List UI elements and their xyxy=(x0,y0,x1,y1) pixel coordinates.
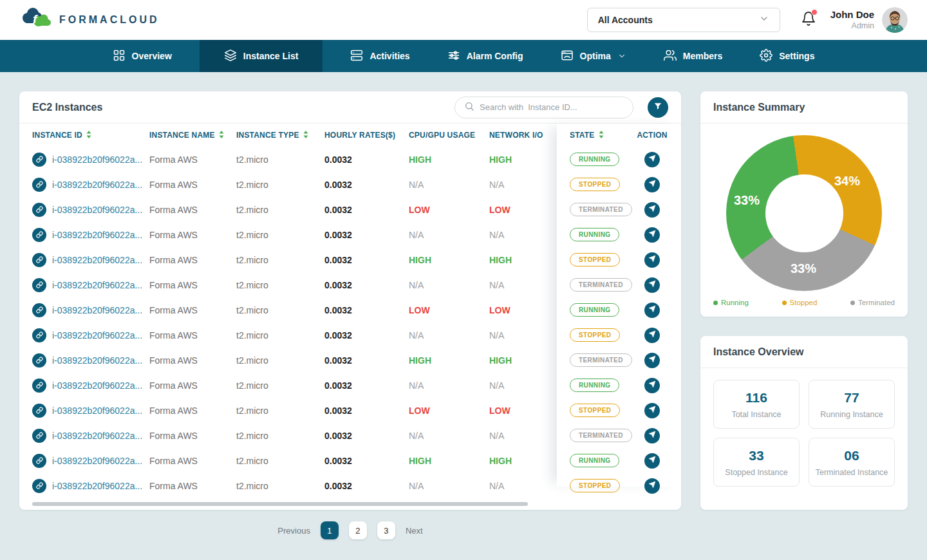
panel-title: EC2 Instances xyxy=(32,102,102,113)
horizontal-scrollbar[interactable] xyxy=(32,502,528,506)
table-row-sticky: STOPPED xyxy=(557,473,681,498)
send-action-button[interactable] xyxy=(644,252,660,268)
nav-item-instance-list[interactable]: Instance List xyxy=(200,40,323,72)
send-action-button[interactable] xyxy=(644,453,660,469)
table-row: i-038922b20f96022a... Forma AWS t2.micro… xyxy=(19,297,557,322)
instance-id-link[interactable]: i-038922b20f96022a... xyxy=(19,303,149,317)
slice-label-terminated: 33% xyxy=(791,261,816,276)
stat-card-stopped: 33 Stopped Instance xyxy=(713,438,800,487)
previous-page-button[interactable]: Previous xyxy=(277,526,310,536)
gear-icon xyxy=(760,49,772,64)
avatar[interactable] xyxy=(882,7,908,33)
send-action-button[interactable] xyxy=(644,378,660,393)
nav-item-members[interactable]: Members xyxy=(657,40,729,72)
nav-item-alarm-config[interactable]: Alarm Config xyxy=(441,40,530,72)
cpu-usage-cell: N/A xyxy=(409,280,489,290)
table-row-sticky: RUNNING xyxy=(557,147,681,172)
nav-item-label: Instance List xyxy=(243,51,299,61)
account-selector[interactable]: All Accounts xyxy=(587,8,780,32)
sticky-columns: STATE ACTION RUNNING STOPPED TERMINATED … xyxy=(557,124,681,487)
network-io-cell: N/A xyxy=(489,431,557,441)
send-action-button[interactable] xyxy=(644,202,660,218)
table-row: i-038922b20f96022a... Forma AWS t2.micro… xyxy=(19,272,557,297)
nav-item-activities[interactable]: Activities xyxy=(344,40,416,72)
paper-plane-icon xyxy=(648,280,656,290)
paper-plane-icon xyxy=(648,431,656,440)
notification-bell[interactable] xyxy=(801,11,816,29)
page-button-2[interactable]: 2 xyxy=(349,521,367,539)
sliders-icon xyxy=(447,49,460,64)
column-header-instance-id[interactable]: INSTANCE ID xyxy=(19,131,149,140)
page-button-1[interactable]: 1 xyxy=(321,521,339,539)
table-row-sticky: STOPPED xyxy=(557,172,681,197)
chevron-down-icon xyxy=(617,51,626,61)
network-io-cell: N/A xyxy=(489,481,557,491)
nav-item-settings[interactable]: Settings xyxy=(753,40,821,72)
legend-dot xyxy=(850,301,855,305)
instance-id-link[interactable]: i-038922b20f96022a... xyxy=(19,153,149,167)
filter-button[interactable] xyxy=(648,97,668,118)
column-header-state[interactable]: STATE xyxy=(557,131,630,140)
send-action-button[interactable] xyxy=(644,328,660,343)
ec2-instances-panel: EC2 Instances INSTANC xyxy=(19,91,681,510)
hourly-rate-cell: 0.0032 xyxy=(324,180,409,190)
nav-item-label: Alarm Config xyxy=(467,51,523,61)
nav-item-overview[interactable]: Overview xyxy=(106,40,178,72)
page-button-3[interactable]: 3 xyxy=(377,521,395,539)
instance-id-link[interactable]: i-038922b20f96022a... xyxy=(19,353,149,368)
notification-dot xyxy=(811,9,818,15)
column-header-instance-type[interactable]: INSTANCE TYPE xyxy=(236,131,324,140)
search-icon xyxy=(464,101,474,114)
instance-id-link[interactable]: i-038922b20f96022a... xyxy=(19,454,149,468)
state-badge: STOPPED xyxy=(570,328,620,342)
hourly-rate-cell: 0.0032 xyxy=(324,280,409,290)
table-row-sticky: RUNNING xyxy=(557,222,681,247)
send-action-button[interactable] xyxy=(644,403,660,418)
send-action-button[interactable] xyxy=(644,428,660,443)
instance-id-link[interactable]: i-038922b20f96022a... xyxy=(19,178,149,192)
send-action-button[interactable] xyxy=(644,353,660,368)
instance-id-link[interactable]: i-038922b20f96022a... xyxy=(19,328,149,342)
instance-name-cell: Forma AWS xyxy=(149,305,236,315)
instance-id-link[interactable]: i-038922b20f96022a... xyxy=(19,253,149,267)
instance-id-link[interactable]: i-038922b20f96022a... xyxy=(19,404,149,418)
chevron-down-icon xyxy=(759,14,769,26)
table-row: i-038922b20f96022a... Forma AWS t2.micro… xyxy=(19,348,557,373)
instance-id-link[interactable]: i-038922b20f96022a... xyxy=(19,479,149,493)
instance-id-link[interactable]: i-038922b20f96022a... xyxy=(19,203,149,217)
instance-id-link[interactable]: i-038922b20f96022a... xyxy=(19,228,149,242)
nav-item-label: Members xyxy=(683,51,722,61)
send-action-button[interactable] xyxy=(644,277,660,293)
link-icon xyxy=(32,228,46,242)
column-header-instance-name[interactable]: INSTANCE NAME xyxy=(149,131,236,140)
next-page-button[interactable]: Next xyxy=(406,526,423,536)
cpu-usage-cell: N/A xyxy=(409,380,489,391)
instance-id-link[interactable]: i-038922b20f96022a... xyxy=(19,378,149,393)
send-action-button[interactable] xyxy=(644,227,660,243)
instance-id-link[interactable]: i-038922b20f96022a... xyxy=(19,278,149,292)
table-row: i-038922b20f96022a... Forma AWS t2.micro… xyxy=(19,398,557,423)
instance-type-cell: t2.micro xyxy=(236,431,324,441)
paper-plane-icon xyxy=(648,180,656,189)
send-action-button[interactable] xyxy=(644,152,660,167)
instance-id-link[interactable]: i-038922b20f96022a... xyxy=(19,429,149,443)
nav-item-optima[interactable]: Optima xyxy=(554,40,633,72)
stat-value: 06 xyxy=(812,448,892,463)
network-io-cell: LOW xyxy=(489,305,557,315)
stat-label: Total Instance xyxy=(716,410,796,419)
hourly-rate-cell: 0.0032 xyxy=(324,456,409,466)
table-row-sticky: RUNNING xyxy=(557,373,681,398)
instance-name-cell: Forma AWS xyxy=(149,330,236,341)
search-input[interactable] xyxy=(480,102,624,112)
send-action-button[interactable] xyxy=(644,478,660,494)
table-header-row-sticky: STATE ACTION xyxy=(557,124,681,147)
send-action-button[interactable] xyxy=(644,303,660,318)
state-badge: TERMINATED xyxy=(570,278,632,292)
stat-card-terminated: 06 Terminated Instance xyxy=(809,438,895,487)
link-icon xyxy=(32,278,46,292)
state-badge: STOPPED xyxy=(570,404,620,417)
send-action-button[interactable] xyxy=(644,177,660,192)
instance-name-cell: Forma AWS xyxy=(149,230,236,240)
nav-item-label: Activities xyxy=(370,51,409,61)
cpu-usage-cell: HIGH xyxy=(409,154,489,165)
